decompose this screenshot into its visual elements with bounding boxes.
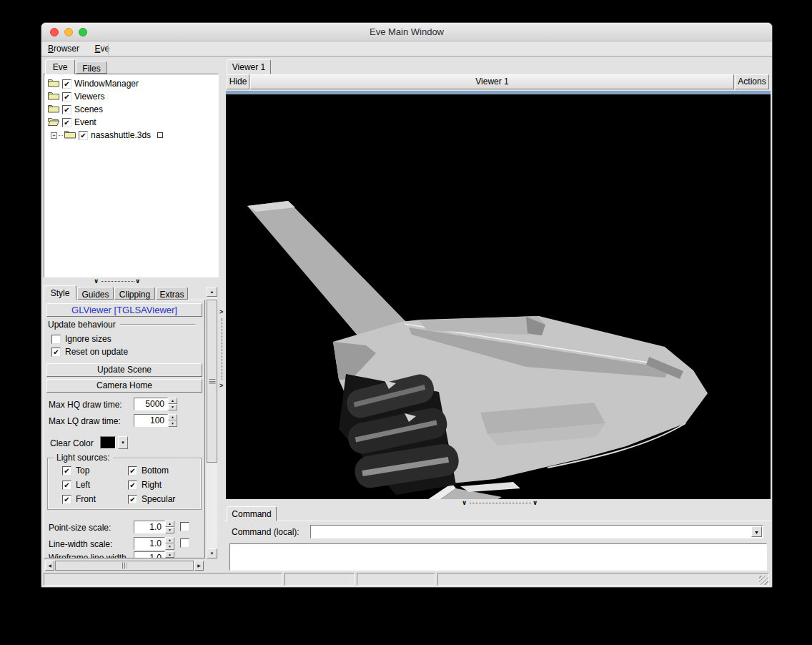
wireframe-spinner[interactable]: 1.0 ▲▼ (134, 551, 174, 558)
status-cell-1 (44, 573, 282, 586)
light-right[interactable]: ✔Right (128, 479, 162, 491)
tab-files[interactable]: Files (76, 61, 107, 74)
tree-checkbox[interactable]: ✔ (62, 105, 71, 114)
update-scene-button[interactable]: Update Scene (46, 363, 202, 377)
menu-eve[interactable]: Eve (88, 42, 116, 56)
spinner-down-icon[interactable]: ▼ (165, 543, 174, 550)
point-size-value[interactable]: 1.0 (134, 521, 165, 533)
hide-button[interactable]: Hide (227, 74, 249, 89)
command-combobox[interactable]: ▼ (310, 525, 763, 538)
tree-item-nasashuttle[interactable]: + ✔ nasashuttle.3ds (44, 129, 218, 142)
light-bottom[interactable]: ✔Bottom (128, 465, 169, 476)
max-lq-label: Max LQ draw time: (49, 416, 121, 426)
status-cell-4 (437, 573, 769, 586)
clear-color-dropdown[interactable]: ▼ (118, 436, 128, 449)
combo-dropdown-icon[interactable]: ▼ (751, 526, 762, 537)
point-size-spinner[interactable]: 1.0 ▲▼ (134, 521, 174, 533)
tree-item-scenes[interactable]: ✔ Scenes (44, 103, 218, 116)
tree-item-label[interactable]: nasashuttle.3ds (91, 130, 151, 140)
tab-style[interactable]: Style (44, 285, 76, 300)
style-hscrollbar[interactable]: ◀ ▶ (45, 561, 204, 571)
expand-icon[interactable]: + (51, 132, 57, 139)
tab-clipping[interactable]: Clipping (114, 287, 155, 300)
checkbox-ignore-sizes[interactable]: Ignore sizes (51, 333, 112, 345)
spinner-down-icon[interactable]: ▼ (165, 527, 174, 533)
chevron-down-icon: ∨ (94, 278, 99, 284)
checkbox-reset-on-update[interactable]: ✔ Reset on update (51, 346, 128, 358)
spinner-up-icon[interactable]: ▲ (165, 537, 174, 543)
hscroll-thumb[interactable] (55, 561, 194, 571)
tab-extras[interactable]: Extras (156, 287, 188, 300)
light-top[interactable]: ✔Top (62, 465, 89, 476)
tab-command[interactable]: Command (227, 506, 277, 521)
viewer-command-splitter[interactable]: ∨ ∨ (226, 500, 771, 506)
spinner-up-icon[interactable]: ▲ (165, 551, 174, 558)
checkbox-box[interactable]: ✔ (51, 348, 61, 357)
checkbox-box[interactable] (51, 335, 61, 344)
tree-item-event[interactable]: ✔ Event (44, 116, 218, 129)
max-hq-spinner[interactable]: 5000 ▲▼ (134, 398, 177, 410)
tree-item-label[interactable]: Viewers (74, 92, 104, 102)
tab-viewer1[interactable]: Viewer 1 (227, 59, 271, 74)
spinner-down-icon[interactable]: ▼ (168, 420, 177, 427)
line-width-value[interactable]: 1.0 (134, 537, 165, 550)
tab-guides[interactable]: Guides (77, 287, 114, 300)
tree-connector (59, 135, 63, 136)
clear-color-label: Clear Color (50, 438, 94, 448)
desktop: { "titlebar": { "title": "Eve Main Windo… (0, 0, 812, 645)
tree-item-windowmanager[interactable]: ✔ WindowManager (44, 77, 218, 90)
max-lq-spinner[interactable]: 100 ▲▼ (134, 414, 177, 427)
scroll-up-icon[interactable]: ▲ (207, 287, 217, 297)
tab-eve[interactable]: Eve (45, 59, 75, 74)
scene-tree: ✔ WindowManager ✔ Viewers ✔ Scenes ✔ Eve… (44, 74, 219, 277)
scroll-down-icon[interactable]: ▼ (207, 548, 217, 558)
menu-browser[interactable]: Browser (41, 42, 86, 56)
tree-item-viewers[interactable]: ✔ Viewers (44, 90, 218, 103)
clear-color-swatch[interactable] (100, 436, 116, 449)
vscroll-thumb[interactable] (207, 300, 217, 463)
tree-item-label[interactable]: Event (74, 117, 96, 127)
spinner-up-icon[interactable]: ▲ (165, 521, 174, 527)
main-vertical-splitter[interactable]: > > (219, 56, 225, 573)
render-state-box[interactable] (157, 132, 163, 138)
tree-checkbox[interactable]: ✔ (79, 131, 88, 140)
spinner-down-icon[interactable]: ▼ (168, 404, 177, 410)
max-hq-value[interactable]: 5000 (134, 398, 168, 410)
light-sources-group: Light sources: ✔Top ✔Bottom ✔Left ✔Right… (47, 458, 202, 510)
tree-checkbox[interactable]: ✔ (62, 92, 71, 102)
tree-item-label[interactable]: WindowManager (74, 79, 139, 89)
camera-home-button[interactable]: Camera Home (46, 379, 202, 393)
spinner-down-icon[interactable]: ▼ (165, 558, 174, 558)
tree-style-splitter[interactable]: ∨ ∨ (44, 277, 219, 285)
spinner-up-icon[interactable]: ▲ (168, 398, 177, 404)
tree-item-label[interactable]: Scenes (74, 104, 103, 114)
resize-grip[interactable] (759, 576, 768, 585)
light-left[interactable]: ✔Left (62, 479, 90, 491)
light-sources-title: Light sources: (54, 453, 113, 463)
line-width-checkbox[interactable] (180, 538, 189, 548)
max-lq-value[interactable]: 100 (134, 414, 168, 427)
wireframe-value[interactable]: 1.0 (134, 551, 165, 558)
splitter-dots (102, 281, 134, 282)
tree-checkbox[interactable]: ✔ (62, 118, 71, 127)
scroll-right-icon[interactable]: ▶ (194, 561, 204, 571)
chevron-right-icon: > (219, 309, 223, 315)
titlebar[interactable]: Eve Main Window (41, 23, 772, 41)
light-front[interactable]: ✔Front (62, 493, 96, 505)
style-vscrollbar[interactable]: ▲ ▼ (207, 287, 217, 558)
folder-icon (64, 129, 76, 141)
glviewer-header[interactable]: GLViewer [TGLSAViewer] (46, 303, 202, 317)
spinner-up-icon[interactable]: ▲ (168, 414, 177, 420)
point-size-checkbox[interactable] (180, 522, 189, 531)
tree-checkbox[interactable]: ✔ (62, 79, 71, 89)
folder-icon (48, 91, 59, 102)
actions-button[interactable]: Actions (735, 74, 769, 89)
gl-viewer-canvas[interactable] (226, 94, 771, 499)
line-width-spinner[interactable]: 1.0 ▲▼ (134, 537, 174, 550)
scroll-left-icon[interactable]: ◀ (45, 561, 54, 571)
eve-main-window: Eve Main Window Browser Eve Eve Files ✔ … (41, 22, 773, 588)
light-specular[interactable]: ✔Specular (128, 493, 175, 505)
command-input[interactable] (312, 526, 752, 537)
status-cell-3 (357, 573, 435, 586)
viewer-titlebar[interactable]: Viewer 1 (250, 74, 734, 89)
